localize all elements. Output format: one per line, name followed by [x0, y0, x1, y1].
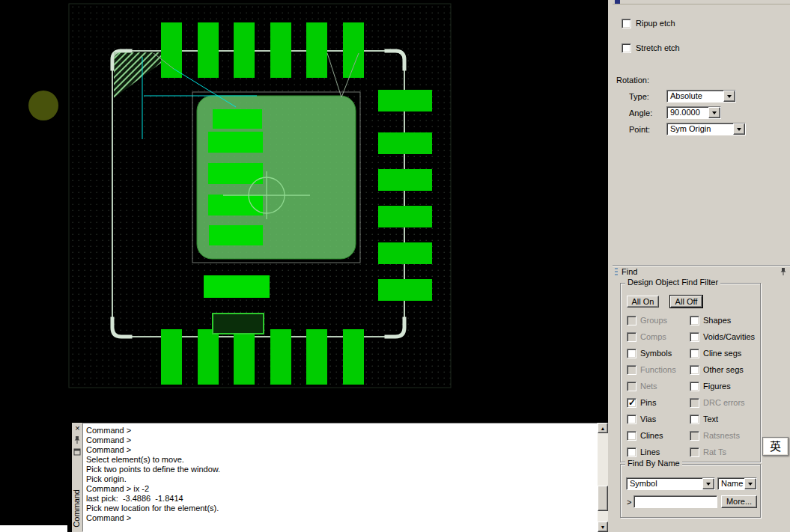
rotation-label: Rotation: — [616, 76, 649, 85]
checkbox[interactable] — [627, 398, 636, 408]
checkbox-label: Clines — [640, 431, 663, 440]
checkbox[interactable] — [627, 349, 636, 358]
checkbox — [627, 316, 636, 325]
find-by-name-input[interactable] — [633, 495, 717, 508]
checkbox — [627, 382, 636, 391]
checkbox[interactable] — [690, 316, 699, 325]
console-output[interactable]: Command >Command >Command >Select elemen… — [82, 423, 598, 532]
checkbox[interactable] — [627, 415, 636, 424]
checkbox — [690, 431, 699, 441]
ime-language-badge[interactable]: 英 — [762, 437, 789, 456]
checkbox-label: Ratsnests — [703, 431, 740, 440]
dropdown-button[interactable] — [723, 91, 735, 102]
rotation-type-select[interactable]: Absolute — [666, 90, 736, 103]
checkbox[interactable] — [690, 382, 699, 391]
find-by-name-category-select[interactable]: Symbol — [626, 477, 715, 490]
find-filter-figures[interactable]: Figures — [690, 378, 760, 394]
all-on-button[interactable]: All On — [627, 296, 659, 308]
dropdown-button[interactable] — [708, 107, 720, 118]
checkbox-label: Figures — [703, 382, 731, 391]
options-panel-cutoff — [613, 0, 790, 4]
console-line: Select element(s) to move. — [86, 455, 597, 465]
checkbox[interactable] — [690, 365, 699, 375]
dropdown-button[interactable] — [744, 478, 756, 489]
find-by-name-group: Find By Name Symbol Name > More... — [620, 464, 761, 518]
ripup-etch-option[interactable]: Ripup etch — [622, 18, 675, 28]
rotation-type-label: Type: — [629, 92, 649, 101]
checkbox[interactable] — [690, 349, 699, 358]
selected-value: Symbol — [630, 479, 657, 489]
more-button[interactable]: More... — [721, 495, 757, 508]
dropdown-button[interactable] — [733, 123, 745, 135]
pin-icon[interactable] — [779, 267, 788, 276]
stretch-etch-option[interactable]: Stretch etch — [622, 43, 680, 53]
dropdown-button[interactable] — [702, 478, 714, 489]
dock-window-icon[interactable] — [73, 447, 82, 456]
find-filter-vias[interactable]: Vias — [627, 411, 688, 427]
scroll-up-button[interactable]: ▲ — [598, 423, 608, 433]
checkbox-label: Voids/Cavities — [703, 332, 755, 341]
find-filter-right-column: ShapesVoids/CavitiesCline segsOther segs… — [690, 312, 760, 460]
drill-pad — [28, 91, 58, 120]
console-line: Pick origin. — [86, 474, 597, 484]
chevron-down-icon — [748, 483, 753, 486]
chevron-down-icon — [712, 111, 717, 114]
close-icon[interactable]: × — [73, 424, 82, 432]
console-tab-label: Command — [72, 489, 82, 528]
find-filter-other-segs[interactable]: Other segs — [690, 361, 760, 378]
console-line: Command > — [86, 435, 597, 445]
find-filter-rat-ts: Rat Ts — [690, 444, 760, 460]
find-panel-header[interactable]: Find — [613, 265, 790, 277]
checkbox-label: Shapes — [703, 316, 731, 325]
all-off-button[interactable]: All Off — [670, 296, 702, 308]
find-filter-lines[interactable]: Lines — [627, 444, 688, 460]
design-object-find-filter-group: Design Object Find Filter All On All Off… — [620, 283, 761, 462]
find-panel-title: Find — [622, 267, 637, 276]
background-window-sliver — [0, 525, 67, 532]
scroll-thumb[interactable] — [598, 486, 608, 511]
pcb-design-canvas[interactable] — [0, 0, 608, 423]
console-line: Command > — [86, 513, 597, 523]
find-filter-symbols[interactable]: Symbols — [627, 345, 688, 361]
checkbox-label: Functions — [640, 365, 676, 374]
checkbox — [690, 447, 699, 457]
checkbox — [690, 398, 699, 408]
scroll-down-button[interactable]: ▼ — [598, 522, 608, 532]
checkbox[interactable] — [627, 431, 636, 441]
find-filter-functions: Functions — [627, 361, 688, 378]
find-filter-pins[interactable]: Pins — [627, 394, 688, 411]
checkbox-label: Ripup etch — [636, 19, 675, 28]
checkbox-label: Cline segs — [703, 349, 741, 358]
find-by-name-mode-select[interactable]: Name — [717, 477, 757, 490]
checkbox[interactable] — [622, 19, 631, 28]
checkbox-label: Text — [703, 415, 718, 424]
panel-grip — [615, 268, 618, 275]
checkbox[interactable] — [690, 332, 699, 342]
find-filter-drc-errors: DRC errors — [690, 394, 760, 411]
find-filter-shapes[interactable]: Shapes — [690, 312, 760, 328]
checkbox[interactable] — [690, 415, 699, 424]
selected-value: Absolute — [670, 91, 702, 101]
group-title: Find By Name — [625, 459, 682, 468]
checkbox-label: Nets — [640, 382, 657, 391]
console-line: Pick new location for the element(s). — [86, 504, 597, 513]
find-filter-text[interactable]: Text — [690, 411, 760, 427]
find-filter-clines[interactable]: Clines — [627, 427, 688, 444]
checkbox-label: Symbols — [640, 349, 672, 358]
checkbox[interactable] — [622, 43, 631, 53]
checkbox-label: Other segs — [703, 365, 744, 374]
console-dock-strip: × Command — [72, 423, 82, 532]
pcb-editor-screen: × Command Command >Command >Command >Sel… — [0, 0, 790, 532]
checkbox[interactable] — [627, 447, 636, 457]
group-title: Design Object Find Filter — [625, 278, 720, 287]
rotation-point-select[interactable]: Sym Origin — [666, 123, 746, 135]
pin-icon[interactable] — [73, 435, 82, 444]
console-scrollbar[interactable]: ▲ ▼ — [598, 423, 608, 532]
chevron-down-icon — [727, 95, 732, 98]
rotation-angle-select[interactable]: 90.0000 — [666, 106, 721, 119]
find-filter-voids-cavities[interactable]: Voids/Cavities — [690, 328, 760, 345]
checkbox-label: Lines — [640, 447, 660, 456]
selected-value: Name — [721, 479, 743, 489]
find-filter-left-column: GroupsCompsSymbolsFunctionsNetsPinsViasC… — [627, 312, 688, 460]
find-filter-cline-segs[interactable]: Cline segs — [690, 345, 760, 361]
